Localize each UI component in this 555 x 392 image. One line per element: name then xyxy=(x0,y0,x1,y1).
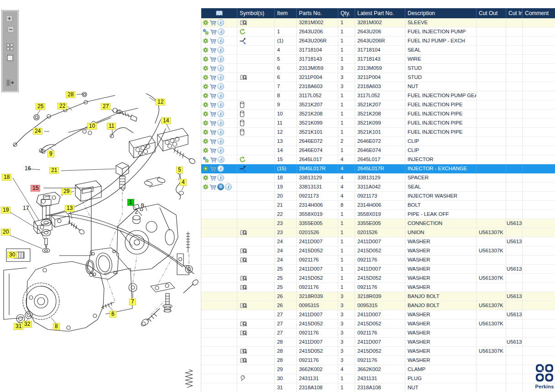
info-icon[interactable]: i xyxy=(217,19,224,26)
table-row[interactable]: i142646E07412646E074CLIP xyxy=(201,146,555,155)
column-header-item[interactable]: Item xyxy=(275,8,297,18)
document-search-icon[interactable] xyxy=(240,257,247,263)
column-header-latest[interactable]: Latest Part No. xyxy=(355,8,405,18)
diagram-callout-3[interactable]: 3 xyxy=(140,203,146,209)
table-row[interactable]: i72318A60332318A603NUT xyxy=(201,82,555,91)
document-search-icon[interactable] xyxy=(240,303,247,309)
diagram-callout-30[interactable]: 30 xyxy=(7,251,17,258)
add-to-cart-icon[interactable] xyxy=(210,29,217,35)
table-row[interactable]: 223558X01913558X019PIPE - LEAK OFF xyxy=(201,210,555,219)
document-search-icon[interactable] xyxy=(240,275,247,282)
column-header-symbol[interactable]: Symbol(s) xyxy=(237,8,275,18)
table-row[interactable]: 23020152610201526UNIONU561307K xyxy=(201,228,555,237)
table-row[interactable]: i12643U20612643U206FUEL INJECTION PUMP xyxy=(201,27,555,37)
info-icon[interactable]: i xyxy=(217,129,224,136)
order-part-icon[interactable] xyxy=(203,38,209,44)
table-row[interactable]: 272415D05232415D052WASHERU561307K xyxy=(201,319,555,329)
document-search-icon[interactable] xyxy=(240,284,247,291)
add-to-cart-icon[interactable] xyxy=(209,74,216,81)
add-to-cart-icon[interactable] xyxy=(209,65,216,72)
document-search-icon[interactable] xyxy=(240,330,247,336)
table-row[interactable]: 24092117610921176WASHER xyxy=(201,256,555,265)
diagram-callout-17[interactable]: 17 xyxy=(22,205,30,212)
add-to-cart-icon[interactable] xyxy=(209,93,216,99)
diagram-callout-18[interactable]: 18 xyxy=(2,174,11,181)
add-to-cart-icon[interactable] xyxy=(209,138,216,145)
table-row[interactable]: i(15)2645L017R42645L017RINJECTOR - EXCHA… xyxy=(201,164,555,173)
table-row[interactable]: i1833813129433813129SPACER xyxy=(201,173,555,183)
toggle-parts-list-button[interactable] xyxy=(4,77,16,88)
add-to-cart-icon[interactable] xyxy=(209,147,216,154)
info-icon[interactable]: i xyxy=(217,56,224,63)
supersession-icon[interactable]: S xyxy=(217,183,224,190)
order-part-icon[interactable] xyxy=(203,102,209,108)
order-part-icon[interactable] xyxy=(203,175,209,181)
diagram-callout-13[interactable]: 13 xyxy=(65,205,74,212)
diagram-callout-7[interactable]: 7 xyxy=(129,298,136,305)
diagram-callout-14[interactable]: 14 xyxy=(161,117,171,124)
info-icon[interactable]: i xyxy=(217,101,224,108)
document-search-icon[interactable] xyxy=(240,74,247,81)
column-header-desc[interactable]: Description xyxy=(405,8,476,18)
info-icon[interactable]: i xyxy=(225,183,232,190)
add-to-cart-icon[interactable] xyxy=(209,184,216,190)
order-part-icon[interactable] xyxy=(203,47,209,53)
table-row[interactable]: 242411D00712411D007WASHERU56130 xyxy=(201,237,555,246)
order-part-icon[interactable] xyxy=(203,138,209,144)
table-row[interactable]: 242415D05212415D052WASHERU561307K xyxy=(201,246,555,256)
add-to-cart-icon[interactable] xyxy=(209,47,216,53)
view-window-button[interactable] xyxy=(4,52,16,63)
order-part-icon[interactable] xyxy=(203,56,209,62)
info-icon[interactable]: i xyxy=(218,156,225,163)
table-row[interactable]: 252415D05212415D052WASHERU561307K xyxy=(201,274,555,283)
info-icon[interactable]: i xyxy=(217,74,224,81)
diagram-callout-10[interactable]: 10 xyxy=(87,123,97,130)
diagram-callout-15[interactable]: 15 xyxy=(31,185,40,192)
add-to-cart-icon[interactable] xyxy=(209,120,216,126)
add-to-cart-icon[interactable] xyxy=(209,56,216,63)
table-row[interactable]: 28092117630921176WASHER xyxy=(201,356,555,365)
table-row[interactable]: 293662K00243662K002CLAMP xyxy=(201,365,555,374)
add-to-cart-icon[interactable] xyxy=(209,20,216,26)
document-search-icon[interactable] xyxy=(240,248,247,254)
diagram-callout-16[interactable]: 16 xyxy=(24,165,31,172)
order-part-icon[interactable] xyxy=(203,184,209,190)
order-part-icon[interactable] xyxy=(203,74,209,80)
info-icon[interactable]: i xyxy=(217,92,224,99)
order-options-icon[interactable] xyxy=(203,157,209,163)
add-to-cart-icon[interactable] xyxy=(209,102,216,108)
diagram-callout-29[interactable]: 29 xyxy=(62,188,71,195)
table-row[interactable]: i83117L05213117L052FUEL INJECTION PUMP G… xyxy=(201,91,555,100)
table-row[interactable]: 312318A10812318A108NUT xyxy=(201,383,555,392)
diagram-callout-4[interactable]: 4 xyxy=(180,179,187,186)
diagram-callout-9[interactable]: 9 xyxy=(47,151,54,157)
zoom-in-button[interactable] xyxy=(4,13,16,24)
document-search-icon[interactable] xyxy=(240,230,247,236)
table-row[interactable]: i431718104131718104SEAL xyxy=(201,46,555,55)
table-row[interactable]: i(1)2643U206R12643U206RFUEL INJ PUMP - E… xyxy=(201,37,555,46)
info-icon[interactable]: i xyxy=(217,120,224,126)
table-row[interactable]: i152645L01742645L017INJECTOR xyxy=(201,155,555,164)
info-icon[interactable]: i xyxy=(217,37,224,44)
table-row[interactable]: i113521K09913521K099FUEL INJECTION PIPE xyxy=(201,119,555,128)
info-icon[interactable]: i xyxy=(217,147,224,154)
diagram-callout-27[interactable]: 27 xyxy=(101,103,110,110)
order-options-icon[interactable] xyxy=(203,29,209,35)
table-row[interactable]: 212314H00682314H006BOLT xyxy=(201,201,555,210)
column-header-actions[interactable] xyxy=(201,8,237,18)
order-part-icon[interactable] xyxy=(203,84,209,89)
table-row[interactable]: i103521K20813521K208FUEL INJECTION PIPE xyxy=(201,110,555,119)
info-icon[interactable]: i xyxy=(217,83,224,90)
order-part-icon[interactable] xyxy=(203,129,209,135)
table-row[interactable]: 25092117610921176WASHER xyxy=(201,283,555,292)
table-row[interactable]: i93521K20713521K207FUEL INJECTION PIPE xyxy=(201,100,555,110)
add-to-cart-icon[interactable] xyxy=(209,175,216,181)
table-row[interactable]: i132646E07222646E072CLIP xyxy=(201,137,555,146)
order-part-icon[interactable] xyxy=(203,147,209,153)
diagram-callout-6[interactable]: 6 xyxy=(110,311,116,318)
order-part-icon[interactable] xyxy=(203,93,209,99)
table-row[interactable]: 20092117340921173INJECTOR WASHER xyxy=(201,192,555,201)
order-part-icon[interactable] xyxy=(203,111,209,117)
info-icon[interactable]: i xyxy=(217,138,224,145)
info-icon[interactable]: i xyxy=(218,28,225,35)
